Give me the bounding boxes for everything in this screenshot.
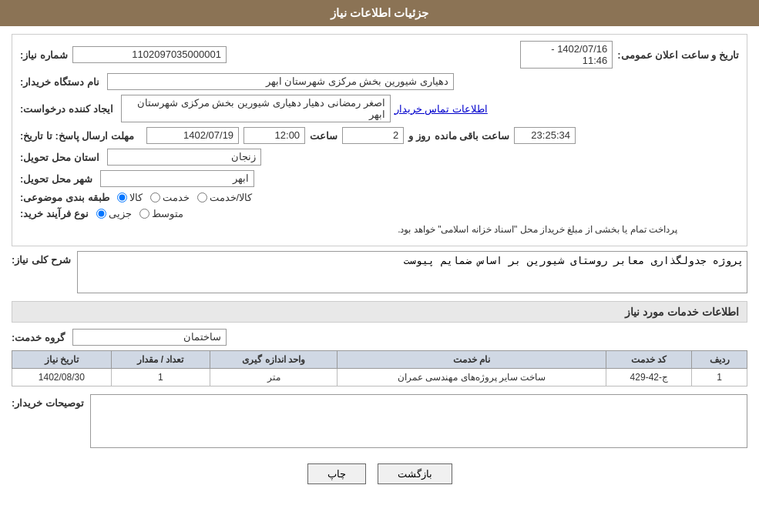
sharh-section: شرح کلی نیاز: (12, 251, 747, 293)
radio-khedmat-input[interactable] (150, 192, 160, 202)
etelaat-link[interactable]: اطلاعات تماس خریدار (395, 103, 488, 115)
shahr-value: ابهر (100, 170, 254, 187)
tabaqe-radio-group: کالا/خدمت خدمت کالا (117, 192, 253, 203)
shmarah-value: 1102097035000001 (72, 46, 227, 63)
tarikh-label: تاریخ و ساعت اعلان عمومی: (617, 49, 739, 61)
khedmat-label: خدمت (163, 192, 190, 203)
jozvi-label: جزیی (109, 208, 132, 219)
radio-motavaset-input[interactable] (139, 209, 149, 219)
table-body: 1 ج-42-429 ساخت سایر پروژه‌های مهندسی عم… (12, 369, 747, 386)
grohe-row: ساختمان گروه خدمت: (12, 329, 747, 346)
radio-kala-input[interactable] (117, 192, 127, 202)
shmarah-group: 1102097035000001 شماره نیاز: (20, 46, 227, 63)
shahr-row: ابهر شهر محل تحویل: (20, 170, 739, 187)
mohlat-remaining-value: 23:25:34 (514, 127, 576, 144)
ostan-row: زنجان استان محل تحویل: (20, 149, 739, 166)
mohlat-row: 23:25:34 ساعت باقی مانده روز و 2 ساعت 12… (20, 127, 739, 144)
khadamat-section-title: اطلاعات خدمات مورد نیاز (12, 301, 747, 323)
ijad-value: اصغر رمضانی دهیار دهیاری شیورین بخش مرکز… (121, 95, 391, 122)
mohlat-label: مهلت ارسال پاسخ: تا تاریخ: (20, 130, 134, 142)
cell-code: ج-42-429 (606, 369, 692, 386)
tosaif-label: توصیحات خریدار: (12, 397, 84, 409)
table-section: ردیف کد خدمت نام خدمت واحد اندازه گیری ت… (12, 350, 747, 386)
mohlat-time-label-text: ساعت (310, 130, 338, 142)
sharh-textarea[interactable] (77, 251, 747, 293)
kala-khedmat-label: کالا/خدمت (210, 192, 253, 203)
col-unit: واحد اندازه گیری (210, 351, 338, 369)
mohlat-day-label-text: روز و (408, 130, 430, 142)
cell-tedad: 1 (111, 369, 210, 386)
tabaqe-row: کالا/خدمت خدمت کالا طبقه بندی موضوعی: (20, 192, 739, 203)
tosaif-section: توصیحات خریدار: (12, 394, 747, 448)
nam-dastgah-label: نام دستگاه خریدار: (20, 76, 99, 88)
cell-radif: 1 (692, 369, 747, 386)
table-row: 1 ج-42-429 ساخت سایر پروژه‌های مهندسی عم… (12, 369, 747, 386)
table-header-row: ردیف کد خدمت نام خدمت واحد اندازه گیری ت… (12, 351, 747, 369)
cell-tarikh: 1402/08/30 (12, 369, 112, 386)
kala-label: کالا (129, 192, 143, 203)
cell-unit: متر (210, 369, 338, 386)
nooe-label: نوع فرآیند خرید: (20, 208, 89, 219)
sharh-label: شرح کلی نیاز: (12, 254, 71, 266)
main-content: تاریخ و ساعت اعلان عمومی: 1402/07/16 - 1… (0, 26, 759, 500)
mohlat-remaining-label: ساعت باقی مانده (435, 130, 509, 142)
col-code: کد خدمت (606, 351, 692, 369)
form-section: تاریخ و ساعت اعلان عمومی: 1402/07/16 - 1… (12, 34, 747, 246)
tabaqe-label: طبقه بندی موضوعی: (20, 192, 109, 203)
khadamat-table: ردیف کد خدمت نام خدمت واحد اندازه گیری ت… (12, 350, 747, 386)
col-name: نام خدمت (337, 351, 606, 369)
tosaif-textarea[interactable] (90, 394, 747, 448)
nooe-radio-group: متوسط جزیی (96, 208, 183, 219)
ijad-label: ایجاد کننده درخواست: (20, 103, 113, 115)
radio-jozvi[interactable]: جزیی (96, 208, 132, 219)
radio-kala-khedmat[interactable]: کالا/خدمت (197, 192, 253, 203)
button-bar: بازگشت چاپ (12, 456, 747, 492)
back-button[interactable]: بازگشت (378, 463, 452, 484)
nam-dastgah-row: دهیاری شیورین بخش مرکزی شهرستان ابهر نام… (20, 73, 739, 90)
col-radif: ردیف (692, 351, 747, 369)
radio-kala-khedmat-input[interactable] (197, 192, 207, 202)
radio-khedmat[interactable]: خدمت (150, 192, 190, 203)
page-title: جزئیات اطلاعات نیاز (331, 6, 428, 19)
radio-jozvi-input[interactable] (96, 209, 106, 219)
col-tedad: تعداد / مقدار (111, 351, 210, 369)
page-header: جزئیات اطلاعات نیاز (0, 0, 759, 26)
grohe-value: ساختمان (72, 329, 227, 346)
mohlat-time-value: 12:00 (243, 127, 305, 144)
ijad-row: اطلاعات تماس خریدار اصغر رمضانی دهیار ده… (20, 95, 739, 122)
mohlat-day-value: 2 (342, 127, 404, 144)
nooe-radio-row: متوسط جزیی نوع فرآیند خرید: (20, 208, 739, 219)
ostan-value: زنجان (107, 149, 261, 166)
mohlat-date-value: 1402/07/19 (146, 127, 239, 144)
shmarah-label: شماره نیاز: (20, 49, 68, 61)
radio-kala[interactable]: کالا (117, 192, 143, 203)
motavaset-label: متوسط (152, 208, 183, 219)
cell-name: ساخت سایر پروژه‌های مهندسی عمران (337, 369, 606, 386)
page-wrapper: جزئیات اطلاعات نیاز تاریخ و ساعت اعلان ع… (0, 0, 759, 532)
shmarah-row: تاریخ و ساعت اعلان عمومی: 1402/07/16 - 1… (20, 41, 739, 69)
ostan-label: استان محل تحویل: (20, 152, 99, 163)
nam-dastgah-value: دهیاری شیورین بخش مرکزی شهرستان ابهر (107, 73, 454, 90)
shahr-label: شهر محل تحویل: (20, 173, 92, 185)
col-tarikh: تاریخ نیاز (12, 351, 112, 369)
nooe-farayand-section: متوسط جزیی نوع فرآیند خرید: پرداخت تمام … (20, 208, 739, 235)
tarikh-group: تاریخ و ساعت اعلان عمومی: 1402/07/16 - 1… (520, 41, 739, 69)
grohe-label: گروه خدمت: (12, 332, 65, 343)
tarikh-value: 1402/07/16 - 11:46 (520, 41, 613, 69)
radio-motavaset[interactable]: متوسط (139, 208, 183, 219)
purchase-note: پرداخت تمام یا بخشی از مبلغ خریداز محل "… (20, 224, 739, 235)
print-button[interactable]: چاپ (307, 463, 366, 484)
